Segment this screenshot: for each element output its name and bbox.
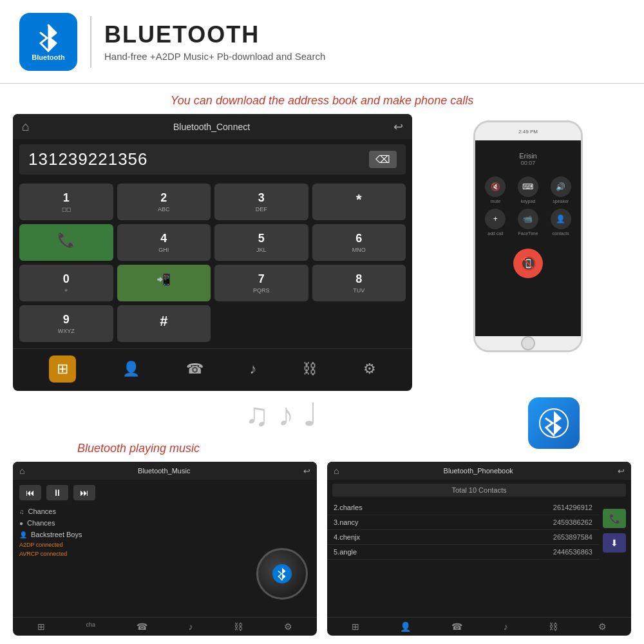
contact-row-2: 3.nancy 2459386262 bbox=[327, 515, 599, 530]
mute-icon-circle: 🔇 bbox=[485, 176, 506, 197]
main-content: ⌂ Bluetooth_Connect ↩ 131239221356 ⌫ 1◻◻… bbox=[0, 114, 644, 391]
phone-home-bar bbox=[475, 336, 581, 350]
phone-time: 2:49 PM bbox=[518, 129, 538, 135]
pause-button[interactable]: ⏸ bbox=[46, 485, 68, 500]
contact-row-3: 4.chenjx 2653897584 bbox=[327, 530, 599, 545]
pb-screen-header: ⌂ Bluetooth_Phonebook ↩ bbox=[327, 462, 631, 480]
key-9[interactable]: 9WXYZ bbox=[19, 305, 113, 342]
contact-4-num: 2446536863 bbox=[553, 548, 592, 556]
music-section-label: Bluetooth playing music bbox=[77, 442, 200, 455]
key-5[interactable]: 5JKL bbox=[214, 224, 308, 261]
nav-music-icon[interactable]: ♪ bbox=[249, 361, 256, 377]
music-back-icon[interactable]: ↩ bbox=[303, 466, 310, 476]
pb-screen-content: Total 10 Contacts 2.charles 2614296912 3… bbox=[327, 480, 631, 617]
header-divider bbox=[90, 16, 91, 68]
contact-3-num: 2653897584 bbox=[553, 533, 592, 541]
pb-nav-phone[interactable]: ☎ bbox=[451, 621, 462, 632]
key-3[interactable]: 3DEF bbox=[214, 184, 308, 220]
car-dialpad-screen: ⌂ Bluetooth_Connect ↩ 131239221356 ⌫ 1◻◻… bbox=[13, 114, 412, 391]
key-4[interactable]: 4GHI bbox=[117, 224, 211, 261]
contact-row-4: 5.angle 2446536863 bbox=[327, 545, 599, 560]
phone-speaker-btn[interactable]: 🔊 speaker bbox=[547, 176, 574, 204]
pb-screen-title: Bluetooth_Phonebook bbox=[444, 467, 513, 475]
pb-bottom-nav: ⊞ 👤 ☎ ♪ ⛓ ⚙ bbox=[327, 617, 631, 636]
nav-menu-icon[interactable]: ⊞ bbox=[49, 355, 76, 383]
phone-body: 2:49 PM Erisin 00:07 🔇 mute ⌨ keypad 🔊 bbox=[473, 120, 583, 352]
nav-settings-icon[interactable]: ⚙ bbox=[363, 361, 376, 377]
key-0[interactable]: 0+ bbox=[19, 265, 113, 301]
key-8[interactable]: 8TUV bbox=[312, 265, 406, 301]
pb-call-button[interactable]: 📞 bbox=[603, 509, 626, 528]
music-nav-link[interactable]: ⛓ bbox=[234, 621, 243, 632]
pb-action-buttons: 📞 ⬇ bbox=[603, 509, 626, 553]
music-nav-cha[interactable]: cha bbox=[86, 621, 96, 632]
contact-4-name: 5.angle bbox=[334, 548, 357, 556]
music-notes-decoration: ♫ ♪ ♩ bbox=[245, 396, 318, 433]
keypad-label: keypad bbox=[521, 199, 536, 204]
bluetooth-logo: Bluetooth bbox=[19, 13, 77, 71]
home-icon[interactable]: ⌂ bbox=[22, 119, 30, 134]
pb-nav-settings[interactable]: ⚙ bbox=[598, 621, 607, 632]
mute-label: mute bbox=[491, 199, 501, 204]
music-nav-phone[interactable]: ☎ bbox=[137, 621, 147, 632]
a2dp-status: A2DP connected bbox=[19, 540, 310, 549]
header-text: BLUETOOTH Hand-free +A2DP Music+ Pb-down… bbox=[104, 21, 325, 62]
phone-home-button[interactable] bbox=[521, 336, 535, 350]
pb-nav-link[interactable]: ⛓ bbox=[549, 621, 558, 632]
pb-back-icon[interactable]: ↩ bbox=[618, 466, 625, 476]
nav-link-icon[interactable]: ⛓ bbox=[303, 361, 317, 377]
track-2-name: Chances bbox=[27, 519, 55, 527]
back-icon[interactable]: ↩ bbox=[393, 120, 403, 134]
track-1-icon: ♫ bbox=[19, 508, 24, 515]
page-subtitle: Hand-free +A2DP Music+ Pb-download and S… bbox=[104, 51, 325, 62]
phone-mute-btn[interactable]: 🔇 mute bbox=[482, 176, 509, 204]
key-7[interactable]: 7PQRS bbox=[214, 265, 308, 301]
delete-button[interactable]: ⌫ bbox=[369, 151, 397, 168]
phone-keypad-btn[interactable]: ⌨ keypad bbox=[515, 176, 542, 204]
contact-1-name: 2.charles bbox=[334, 504, 363, 511]
vinyl-disc bbox=[256, 548, 308, 600]
phone-addcall-btn[interactable]: + add call bbox=[482, 209, 509, 236]
nav-contacts-icon[interactable]: 👤 bbox=[122, 361, 140, 377]
music-bottom-nav: ⊞ cha ☎ ♪ ⛓ ⚙ bbox=[13, 617, 317, 636]
music-screen-content: ♫ Chances ● Chances 👤 Backstreet Boys A2… bbox=[13, 503, 317, 617]
contact-1-num: 2614296912 bbox=[553, 504, 592, 511]
middle-section: Bluetooth playing music ♫ ♪ ♩ bbox=[0, 391, 644, 462]
pb-nav-menu[interactable]: ⊞ bbox=[352, 621, 359, 632]
end-call-button[interactable]: 📵 bbox=[513, 249, 543, 278]
key-call[interactable]: 📞 bbox=[19, 224, 113, 261]
pb-nav-contacts[interactable]: 👤 bbox=[400, 621, 411, 632]
nav-phone-icon[interactable]: ☎ bbox=[186, 361, 204, 377]
phone-action-grid: 🔇 mute ⌨ keypad 🔊 speaker + add call bbox=[482, 176, 574, 236]
phone-caller-name: Erisin bbox=[519, 152, 537, 160]
track-2-icon: ● bbox=[19, 520, 23, 527]
key-call2[interactable]: 📲 bbox=[117, 265, 211, 301]
music-nav-music[interactable]: ♪ bbox=[189, 621, 193, 632]
phone-facetime-btn[interactable]: 📹 FaceTime bbox=[515, 209, 542, 236]
key-star[interactable]: * bbox=[312, 184, 406, 220]
key-6[interactable]: 6MNO bbox=[312, 224, 406, 261]
phone-call-time: 00:07 bbox=[521, 160, 536, 166]
next-button[interactable]: ⏭ bbox=[73, 485, 95, 500]
dialpad-bottom-nav: ⊞ 👤 ☎ ♪ ⛓ ⚙ bbox=[13, 348, 412, 389]
music-nav-menu[interactable]: ⊞ bbox=[37, 621, 45, 632]
key-2[interactable]: 2ABC bbox=[117, 184, 211, 220]
keypad-icon-circle: ⌨ bbox=[518, 176, 538, 197]
phonebook-screen: ⌂ Bluetooth_Phonebook ↩ Total 10 Contact… bbox=[327, 462, 631, 636]
pb-download-button[interactable]: ⬇ bbox=[603, 533, 626, 553]
pb-nav-music[interactable]: ♪ bbox=[504, 621, 508, 632]
music-nav-settings[interactable]: ⚙ bbox=[284, 621, 292, 632]
prev-button[interactable]: ⏮ bbox=[19, 485, 41, 500]
music-home-icon[interactable]: ⌂ bbox=[19, 466, 24, 476]
speaker-icon-circle: 🔊 bbox=[551, 176, 571, 197]
pb-home-icon[interactable]: ⌂ bbox=[334, 466, 339, 476]
bt-music-icon bbox=[528, 397, 580, 449]
addcall-label: add call bbox=[488, 231, 503, 236]
phone-mockup: 2:49 PM Erisin 00:07 🔇 mute ⌨ keypad 🔊 bbox=[425, 114, 631, 391]
addcall-icon-circle: + bbox=[485, 209, 506, 229]
phone-contacts-btn[interactable]: 👤 contacts bbox=[547, 209, 574, 236]
track-item-1: ♫ Chances bbox=[19, 506, 310, 517]
facetime-label: FaceTime bbox=[518, 231, 538, 236]
key-1[interactable]: 1◻◻ bbox=[19, 184, 113, 220]
key-hash[interactable]: # bbox=[117, 305, 211, 342]
